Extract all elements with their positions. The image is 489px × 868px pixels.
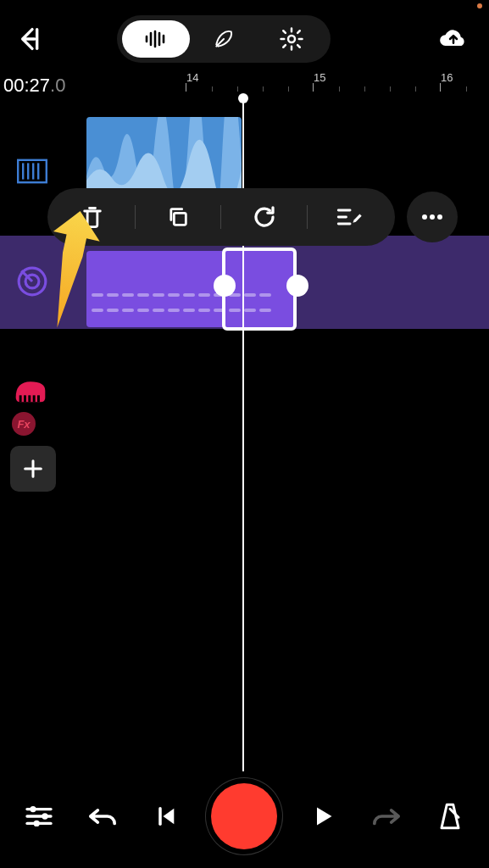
undo-button[interactable]: [84, 798, 121, 835]
ruler-mark: 16: [441, 71, 453, 84]
fx-badge[interactable]: Fx: [12, 412, 36, 436]
play-icon: [311, 804, 335, 829]
edit-list-icon: [336, 206, 364, 228]
selection-handle-right[interactable]: [286, 275, 308, 297]
copy-button[interactable]: [161, 200, 195, 234]
track-header-drums[interactable]: [14, 263, 51, 300]
audio-clip[interactable]: [86, 117, 242, 198]
time-display: 00:27.0: [3, 75, 65, 97]
tab-audio[interactable]: [122, 20, 190, 58]
divider: [220, 205, 221, 229]
more-icon: [421, 214, 443, 220]
undo-icon: [88, 805, 117, 827]
waveform-shape: [86, 117, 242, 198]
gear-icon: [279, 26, 304, 52]
record-button[interactable]: [211, 783, 277, 849]
svg-rect-18: [175, 213, 186, 225]
redo-button[interactable]: [368, 798, 405, 835]
svg-point-5: [288, 36, 295, 42]
tab-lyrics[interactable]: [190, 20, 258, 58]
svg-point-31: [34, 821, 40, 826]
svg-rect-15: [28, 395, 31, 402]
trash-icon: [81, 204, 104, 230]
svg-rect-13: [19, 395, 22, 402]
svg-point-24: [437, 214, 442, 220]
add-track-button[interactable]: [10, 446, 56, 492]
play-button[interactable]: [304, 798, 342, 835]
back-icon: [18, 25, 47, 53]
top-toolbar: [0, 0, 489, 71]
ruler-mark: 15: [314, 71, 325, 84]
svg-point-29: [30, 806, 36, 812]
delete-button[interactable]: [75, 200, 109, 234]
mode-tabs: [117, 15, 331, 63]
transport-bar: [0, 778, 489, 854]
waveform-grid-icon: [17, 159, 47, 184]
selection-handle-left[interactable]: [214, 275, 236, 297]
waveform-icon: [143, 30, 169, 48]
edit-button[interactable]: [333, 200, 367, 234]
fx-label: Fx: [17, 418, 30, 431]
loop-icon: [252, 204, 277, 230]
copy-icon: [166, 205, 190, 229]
svg-rect-14: [24, 395, 26, 402]
divider: [307, 205, 308, 229]
svg-rect-16: [33, 395, 36, 402]
drum-target-icon: [16, 265, 48, 298]
prev-button[interactable]: [147, 798, 185, 835]
clip-action-bar: [47, 188, 395, 246]
midi-clip[interactable]: [86, 251, 297, 327]
metronome-button[interactable]: [431, 798, 469, 835]
time-fraction: .0: [50, 75, 65, 96]
back-button[interactable]: [17, 24, 47, 54]
mixer-button[interactable]: [20, 798, 58, 835]
tab-settings[interactable]: [258, 20, 325, 58]
svg-point-23: [430, 214, 435, 220]
track-header-piano[interactable]: [14, 376, 51, 414]
svg-point-30: [42, 813, 47, 819]
status-dot: [477, 3, 482, 8]
upload-button[interactable]: [435, 20, 472, 58]
more-button[interactable]: [407, 192, 458, 242]
loop-button[interactable]: [247, 200, 281, 234]
divider: [135, 205, 136, 229]
plus-icon: [21, 457, 45, 481]
svg-rect-17: [37, 395, 40, 402]
svg-point-22: [422, 214, 427, 220]
skip-prev-icon: [154, 804, 178, 828]
ruler-marks: 14 15 16: [85, 71, 489, 105]
feather-icon: [213, 26, 235, 52]
ruler-mark: 14: [186, 71, 198, 84]
time-main: 00:27: [3, 75, 50, 96]
timeline-ruler[interactable]: 00:27.0 14 15 16: [0, 71, 489, 110]
metronome-icon: [437, 802, 463, 831]
piano-icon: [14, 376, 47, 405]
sliders-icon: [25, 804, 53, 828]
cloud-upload-icon: [437, 26, 470, 52]
track-header-audio[interactable]: [14, 153, 51, 190]
redo-icon: [372, 805, 401, 827]
